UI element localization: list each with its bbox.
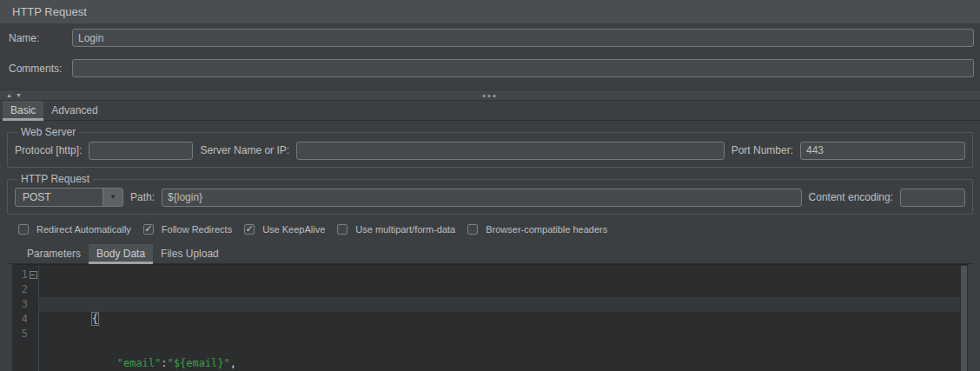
code-token: "${email}" bbox=[168, 357, 230, 369]
line-number: 2 bbox=[12, 282, 28, 297]
code-line: { bbox=[39, 297, 968, 312]
checkbox-box: ✓ bbox=[244, 224, 255, 235]
collapse-down-icon[interactable]: ▼ bbox=[16, 91, 22, 100]
main-tabbar: Basic Advanced bbox=[0, 101, 980, 121]
web-server-group: Web Server Protocol [http]: Server Name … bbox=[7, 126, 973, 168]
code-area[interactable]: { "email":"${email}", "password":"Deneme… bbox=[39, 265, 968, 371]
gutter-line: 4 bbox=[12, 312, 38, 327]
checkbox-label: Use KeepAlive bbox=[262, 224, 325, 235]
editor-gutter: 1 − 2 3 4 5 bbox=[12, 265, 39, 371]
fold-collapse-icon[interactable]: − bbox=[30, 271, 37, 279]
tab-advanced[interactable]: Advanced bbox=[43, 101, 105, 120]
http-request-group-label: HTTP Request bbox=[17, 173, 93, 185]
web-server-group-label: Web Server bbox=[17, 126, 79, 138]
horizontal-splitter[interactable]: ▲ ▼ ••• bbox=[0, 89, 980, 101]
checkbox-browser-compatible-headers[interactable]: Browser-compatible headers bbox=[467, 224, 607, 235]
check-icon: ✓ bbox=[246, 224, 254, 234]
editor-vertical-scrollbar[interactable] bbox=[960, 265, 968, 371]
port-number-label: Port Number: bbox=[732, 144, 793, 156]
method-dropdown-button[interactable]: ▼ bbox=[103, 189, 122, 206]
tab-parameters[interactable]: Parameters bbox=[19, 244, 89, 263]
body-tabbar: Parameters Body Data Files Upload bbox=[7, 244, 973, 264]
tab-advanced-label: Advanced bbox=[51, 104, 97, 116]
gutter-line: 3 bbox=[12, 297, 38, 312]
checkbox-label: Follow Redirects bbox=[162, 224, 232, 235]
scrollbar-thumb[interactable] bbox=[961, 266, 967, 371]
checkbox-label: Redirect Automatically bbox=[36, 224, 131, 235]
basic-tab-content: Web Server Protocol [http]: Server Name … bbox=[0, 121, 980, 371]
sampler-header-form: Name: Comments: bbox=[0, 23, 980, 77]
checkbox-label: Browser-compatible headers bbox=[486, 224, 607, 235]
comments-row: Comments: bbox=[9, 59, 974, 77]
comments-label: Comments: bbox=[9, 63, 72, 75]
checkbox-box bbox=[467, 224, 478, 235]
protocol-input[interactable] bbox=[89, 142, 193, 160]
checkbox-use-multipart[interactable]: Use multipart/form-data bbox=[337, 224, 455, 235]
content-encoding-label: Content encoding: bbox=[809, 191, 893, 203]
line-number: 4 bbox=[12, 312, 28, 327]
code-token: "email" bbox=[117, 357, 162, 369]
check-icon: ✓ bbox=[144, 224, 152, 234]
tab-basic-label: Basic bbox=[10, 104, 36, 116]
collapse-up-icon[interactable]: ▲ bbox=[6, 91, 12, 100]
line-number: 3 bbox=[12, 297, 28, 312]
fold-column: − bbox=[28, 271, 38, 279]
http-request-row: POST ▼ Path: Content encoding: bbox=[15, 188, 965, 207]
code-token: { bbox=[92, 313, 98, 325]
checkbox-box bbox=[18, 224, 29, 235]
web-server-row: Protocol [http]: Server Name or IP: Port… bbox=[15, 141, 965, 160]
splitter-collapse-controls: ▲ ▼ bbox=[6, 91, 22, 100]
server-name-label: Server Name or IP: bbox=[200, 144, 289, 156]
panel-title: HTTP Request bbox=[12, 5, 87, 18]
method-select[interactable]: POST ▼ bbox=[15, 188, 123, 207]
name-input[interactable] bbox=[72, 29, 974, 47]
path-label: Path: bbox=[130, 191, 155, 203]
port-number-input[interactable] bbox=[800, 142, 965, 160]
name-label: Name: bbox=[9, 32, 72, 44]
tab-basic[interactable]: Basic bbox=[3, 101, 43, 120]
code-token: : bbox=[161, 357, 167, 369]
chevron-down-icon: ▼ bbox=[109, 194, 116, 201]
tab-parameters-label: Parameters bbox=[27, 248, 81, 260]
comments-input[interactable] bbox=[72, 59, 974, 77]
request-options-row: Redirect Automatically ✓ Follow Redirect… bbox=[18, 224, 973, 235]
http-request-group: HTTP Request POST ▼ Path: Content encodi… bbox=[7, 173, 973, 215]
content-encoding-input[interactable] bbox=[900, 189, 965, 207]
panel-title-bar: HTTP Request bbox=[0, 0, 980, 23]
checkbox-use-keepalive[interactable]: ✓ Use KeepAlive bbox=[244, 224, 325, 235]
line-number: 5 bbox=[12, 327, 28, 341]
name-row: Name: bbox=[9, 29, 974, 47]
splitter-grip-icon[interactable]: ••• bbox=[482, 91, 498, 100]
gutter-line: 1 − bbox=[12, 268, 38, 282]
protocol-label: Protocol [http]: bbox=[15, 144, 82, 156]
checkbox-box: ✓ bbox=[143, 224, 154, 235]
tab-files-upload-label: Files Upload bbox=[161, 248, 219, 260]
path-input[interactable] bbox=[162, 189, 802, 207]
code-token: , bbox=[230, 357, 236, 369]
code-line: "email":"${email}", bbox=[39, 341, 968, 356]
gutter-line: 2 bbox=[12, 282, 38, 297]
tab-body-data-label: Body Data bbox=[96, 248, 145, 260]
method-selected-value: POST bbox=[16, 191, 103, 203]
tab-body-data[interactable]: Body Data bbox=[89, 244, 153, 263]
checkbox-redirect-automatically[interactable]: Redirect Automatically bbox=[18, 224, 131, 235]
line-number: 1 bbox=[12, 268, 28, 282]
gutter-line: 5 bbox=[12, 327, 38, 341]
tab-files-upload[interactable]: Files Upload bbox=[153, 244, 227, 263]
code-token bbox=[92, 357, 117, 369]
body-data-editor[interactable]: 1 − 2 3 4 5 { bbox=[12, 264, 968, 371]
server-name-input[interactable] bbox=[296, 142, 725, 160]
checkbox-box bbox=[337, 224, 348, 235]
checkbox-label: Use multipart/form-data bbox=[355, 224, 455, 235]
checkbox-follow-redirects[interactable]: ✓ Follow Redirects bbox=[143, 224, 232, 235]
